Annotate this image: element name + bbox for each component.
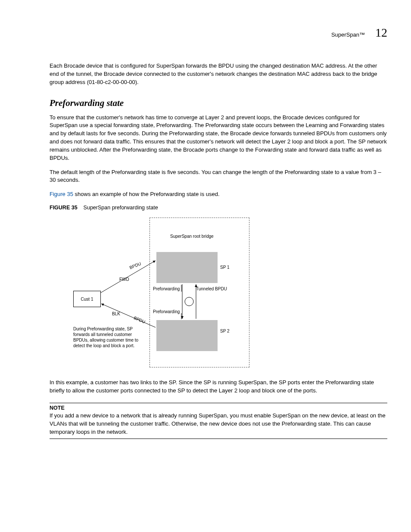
preforwarding-label: Preforwarding	[153, 286, 180, 291]
blk-label: BLK	[112, 311, 120, 316]
bpdu-label: BPDU	[129, 261, 142, 270]
fwd-label: FWD	[119, 277, 129, 282]
sp2-label: SP 2	[220, 329, 230, 333]
bpdu-label: BPDU	[133, 315, 146, 324]
body-paragraph: To ensure that the customer's network ha…	[50, 114, 387, 162]
figure-caption: FIGURE 35SuperSpan preforwarding state	[50, 205, 387, 211]
figure-diagram: Cust 1 SuperSpan root bridge SP 1 SP 2 F…	[67, 218, 252, 373]
diagram-explanation: During Preforwarding state, SP forwards …	[73, 326, 146, 348]
customer-label: Cust 1	[81, 297, 93, 302]
figure-caption-label: FIGURE 35	[50, 205, 78, 211]
body-paragraph: In this example, a customer has two link…	[50, 379, 387, 395]
note-text: If you add a new device to a network tha…	[50, 412, 387, 436]
preforwarding-label: Preforwarding	[153, 309, 180, 314]
paragraph-tail: shows an example of how the Preforwardin…	[73, 191, 220, 197]
page: SuperSpan™ 12 Each Brocade device that i…	[0, 0, 411, 465]
note-rule-top	[50, 403, 387, 403]
figure-reference-link[interactable]: Figure 35	[50, 191, 73, 197]
chapter-number: 12	[375, 26, 387, 40]
customer-node: Cust 1	[73, 291, 101, 307]
sp1-node	[156, 252, 218, 283]
section-heading: Preforwarding state	[50, 98, 387, 109]
svg-line-1	[101, 304, 156, 327]
root-bridge-label: SuperSpan root bridge	[170, 234, 205, 239]
sp1-label: SP 1	[220, 265, 230, 270]
intro-paragraph: Each Brocade device that is configured f…	[50, 62, 387, 87]
note-label: NOTE	[50, 405, 387, 411]
header-topic: SuperSpan™	[331, 31, 365, 38]
body-paragraph: Figure 35 shows an example of how the Pr…	[50, 190, 387, 199]
body-paragraph: The default length of the Preforwarding …	[50, 168, 387, 185]
page-header: SuperSpan™ 12	[50, 26, 387, 40]
sp2-node	[156, 320, 218, 351]
tunneled-bpdu-label: Tunneled BPDU	[196, 286, 227, 291]
note-rule-bottom	[50, 439, 387, 439]
figure-caption-text: SuperSpan preforwarding state	[84, 205, 158, 211]
